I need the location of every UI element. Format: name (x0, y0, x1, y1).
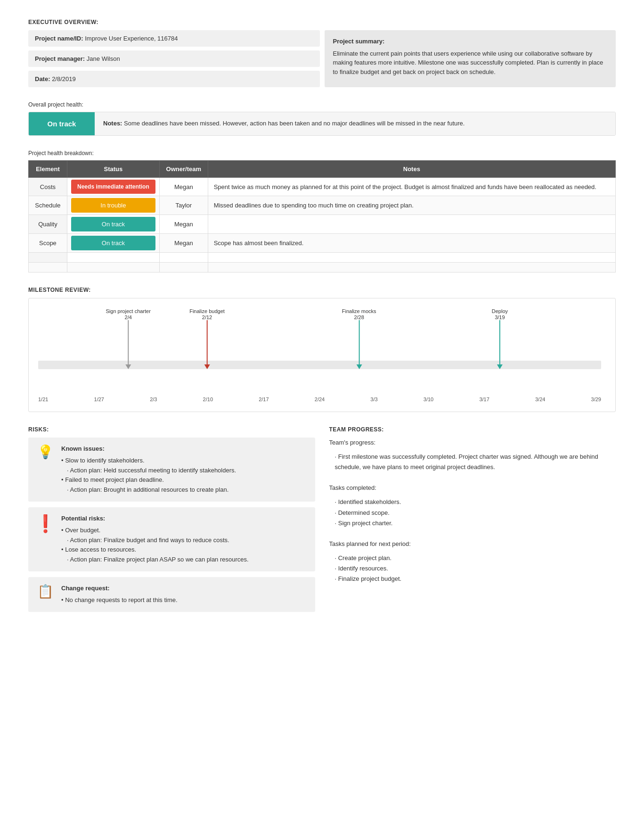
table-row: CostsNeeds immediate attentionMeganSpent… (29, 178, 616, 196)
table-row (29, 263, 616, 272)
project-name-field: Project name/ID: Improve User Experience… (28, 30, 320, 47)
team-planned-bullets: Create project plan.Identify resources.F… (329, 553, 616, 584)
risk-line: · Action plan: Held successful meeting t… (67, 466, 308, 476)
x-axis-label: 3/17 (479, 396, 489, 402)
status-cell: Needs immediate attention (67, 178, 159, 196)
milestone-date: 3/19 (495, 314, 505, 320)
list-item: Finalize project budget. (335, 574, 616, 584)
x-axis-label: 3/24 (535, 396, 545, 402)
status-badge: In trouble (71, 198, 155, 213)
col-element: Element (29, 161, 67, 178)
team-title: TEAM PROGRESS: (329, 426, 616, 433)
status-cell (67, 253, 159, 263)
team-planned-label: Tasks planned for next period: (329, 539, 616, 549)
health-notes: Notes: Some deadlines have been missed. … (95, 112, 615, 135)
x-axis-label: 3/3 (370, 396, 377, 402)
owner-cell: Megan (159, 234, 208, 253)
list-item: Sign project charter. (335, 518, 616, 528)
lightbulb-icon: 💡 (36, 444, 55, 495)
risk-line: • Lose access to resources. (61, 545, 308, 555)
table-row: ScopeOn trackMeganScope has almost been … (29, 234, 616, 253)
risk-line: · Action plan: Finalize project plan ASA… (67, 555, 308, 565)
risk-content: Known issues:• Slow to identify stakehol… (61, 444, 308, 495)
element-cell: Costs (29, 178, 67, 196)
col-notes: Notes (208, 161, 615, 178)
summary-label: Project summary: (333, 37, 608, 46)
status-cell: On track (67, 234, 159, 253)
risk-card: 📋Change request:• No change requests to … (28, 577, 315, 612)
risks-section: RISKS: 💡Known issues:• Slow to identify … (28, 426, 315, 618)
milestone-line (359, 320, 359, 364)
milestone-line (499, 320, 500, 364)
x-axis-label: 3/29 (591, 396, 601, 402)
risk-line: • Failed to meet project plan deadline. (61, 475, 308, 485)
milestone-item: Finalize budget2/12 (189, 308, 225, 369)
notes-label: Notes: (103, 120, 122, 127)
team-progress-label: Team's progress: (329, 438, 616, 448)
milestone-arrow (125, 364, 131, 369)
team-completed-label: Tasks completed: (329, 483, 616, 493)
overall-health-label: Overall project health: (28, 101, 616, 108)
milestone-arrow (356, 364, 362, 369)
risk-title: Known issues: (61, 444, 308, 454)
risk-card: 💡Known issues:• Slow to identify stakeho… (28, 438, 315, 502)
list-item: Create project plan. (335, 553, 616, 563)
date-label: Date: (35, 75, 50, 83)
x-axis-label: 3/10 (424, 396, 433, 402)
risk-line: · Action plan: Finalize budget and find … (67, 536, 308, 545)
element-cell: Quality (29, 215, 67, 234)
list-item: Determined scope. (335, 508, 616, 518)
breakdown-section: Project health breakdown: Element Status… (28, 150, 616, 272)
col-status: Status (67, 161, 159, 178)
milestone-label: Finalize budget (189, 308, 225, 314)
project-name-value: Improve User Experience, 116784 (85, 35, 178, 42)
owner-cell (159, 263, 208, 272)
x-axis: 1/211/272/32/102/172/243/33/103/173/243/… (38, 393, 601, 402)
overall-status-badge: On track (29, 112, 95, 135)
owner-cell: Megan (159, 178, 208, 196)
team-completed-bullets: Identified stakeholders.Determined scope… (329, 497, 616, 528)
risk-line: • Slow to identify stakeholders. (61, 456, 308, 466)
notes-cell: Spent twice as much money as planned for… (208, 178, 615, 196)
owner-cell: Taylor (159, 196, 208, 215)
status-cell: In trouble (67, 196, 159, 215)
date-value: 2/8/2019 (52, 75, 76, 83)
milestone-date: 2/4 (125, 314, 132, 320)
table-row: QualityOn trackMegan (29, 215, 616, 234)
table-row (29, 253, 616, 263)
element-cell (29, 263, 67, 272)
team-progress-bullets: First milestone was successfully complet… (329, 452, 616, 472)
x-axis-label: 2/17 (259, 396, 269, 402)
element-cell: Scope (29, 234, 67, 253)
milestone-label: Deploy (492, 308, 508, 314)
milestone-item: Finalize mocks2/28 (342, 308, 376, 369)
risks-title: RISKS: (28, 426, 315, 433)
milestone-date: 2/12 (202, 314, 212, 320)
team-content: Team's progress: First milestone was suc… (329, 438, 616, 584)
executive-overview-title: EXECUTIVE OVERVIEW: (28, 19, 616, 25)
project-name-label: Project name/ID: (35, 35, 83, 42)
manager-field: Project manager: Jane Wilson (28, 50, 320, 67)
milestone-chart: Sign project charter2/4Finalize budget2/… (28, 298, 616, 412)
executive-grid: Project name/ID: Improve User Experience… (28, 30, 616, 87)
table-row: ScheduleIn troubleTaylorMissed deadlines… (29, 196, 616, 215)
breakdown-table: Element Status Owner/team Notes CostsNee… (28, 160, 616, 272)
notes-cell (208, 253, 615, 263)
list-item: First milestone was successfully complet… (335, 452, 616, 472)
milestone-label: Finalize mocks (342, 308, 376, 314)
x-axis-label: 2/3 (150, 396, 157, 402)
x-axis-label: 2/10 (203, 396, 213, 402)
risk-content: Potential risks:• Over budget.· Action p… (61, 514, 308, 565)
milestone-line (206, 320, 207, 364)
notes-text: Some deadlines have been missed. However… (124, 120, 465, 127)
notes-cell: Missed deadlines due to spending too muc… (208, 196, 615, 215)
status-cell: On track (67, 215, 159, 234)
project-summary: Project summary: Eliminate the current p… (325, 30, 616, 87)
breakdown-label: Project health breakdown: (28, 150, 616, 157)
list-item: Identify resources. (335, 563, 616, 574)
milestone-date: 2/28 (354, 314, 364, 320)
milestone-area: Sign project charter2/4Finalize budget2/… (38, 308, 601, 393)
health-row: On track Notes: Some deadlines have been… (28, 112, 616, 136)
status-badge: On track (71, 217, 155, 231)
executive-left: Project name/ID: Improve User Experience… (28, 30, 320, 87)
